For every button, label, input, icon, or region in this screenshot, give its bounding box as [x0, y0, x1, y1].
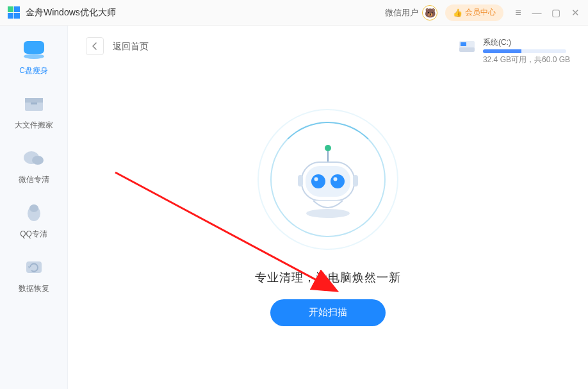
- sidebar-item-label: 数据恢复: [19, 283, 49, 294]
- thumbs-up-icon: 👍: [453, 8, 462, 17]
- sidebar-item-label: 大文件搬家: [15, 120, 53, 131]
- close-icon[interactable]: ✕: [570, 7, 580, 19]
- minimize-icon[interactable]: —: [532, 7, 542, 18]
- svg-point-1: [24, 54, 44, 59]
- sidebar-item-label: QQ专清: [20, 229, 47, 240]
- maximize-icon[interactable]: ▢: [551, 7, 561, 19]
- user-avatar-icon[interactable]: 🐻: [422, 5, 437, 21]
- slogan-text: 专业清理，让电脑焕然一新: [255, 270, 401, 285]
- main-content: 返回首页 系统(C:) 32.4 GB可用: [68, 26, 588, 389]
- qq-icon: [20, 201, 48, 225]
- disk-usage-bar: [483, 49, 566, 53]
- app-title: 金舟Windows优化大师: [26, 7, 116, 19]
- sidebar: C盘瘦身 大文件搬家: [0, 26, 68, 389]
- arrow-left-icon: [90, 42, 99, 51]
- sidebar-item-label: 微信专清: [19, 174, 49, 185]
- member-center-label: 会员中心: [465, 7, 496, 18]
- recover-icon: [20, 255, 48, 279]
- sidebar-item-recover[interactable]: 数据恢复: [0, 255, 67, 294]
- start-scan-button[interactable]: 开始扫描: [270, 299, 386, 326]
- svg-rect-4: [31, 103, 37, 104]
- wechat-icon: [20, 146, 48, 170]
- back-button[interactable]: [86, 37, 104, 55]
- svg-rect-11: [459, 47, 475, 52]
- sidebar-item-cdisk[interactable]: C盘瘦身: [0, 37, 67, 76]
- sidebar-item-bigfile[interactable]: 大文件搬家: [0, 92, 67, 131]
- robot-illustration: [254, 106, 402, 253]
- sidebar-item-qq[interactable]: QQ专清: [0, 201, 67, 240]
- svg-rect-12: [461, 42, 466, 46]
- disk-name: 系统(C:): [483, 37, 570, 48]
- box-icon: [20, 92, 48, 116]
- sidebar-item-label: C盘瘦身: [19, 65, 48, 76]
- disk-icon: [20, 37, 48, 62]
- svg-rect-3: [25, 98, 43, 103]
- app-logo-icon: [8, 6, 20, 19]
- svg-point-6: [32, 156, 44, 165]
- sidebar-item-wechat[interactable]: 微信专清: [0, 146, 67, 185]
- user-label: 微信用户: [385, 7, 418, 19]
- menu-icon[interactable]: ≡: [512, 7, 523, 19]
- member-center-button[interactable]: 👍 会员中心: [445, 4, 503, 21]
- back-label: 返回首页: [113, 37, 149, 55]
- svg-point-8: [29, 204, 38, 212]
- svg-rect-0: [24, 41, 44, 54]
